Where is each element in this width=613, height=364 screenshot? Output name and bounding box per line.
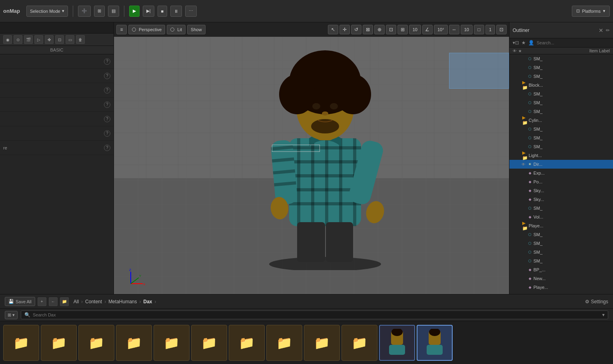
outliner-item-5[interactable]: ⬡SM_	[509, 98, 613, 107]
outliner-item-6[interactable]: ⬡SM_	[509, 107, 613, 116]
left-panel-search[interactable]	[0, 22, 114, 34]
selection-mode-button[interactable]: Selection Mode ▾	[26, 6, 68, 17]
visibility-icon-6[interactable]	[521, 109, 526, 114]
outliner-item-24[interactable]: ◆BP_...	[509, 265, 613, 274]
help-icon-6[interactable]: ?	[104, 145, 110, 151]
pause-button[interactable]: ⏸	[170, 6, 182, 17]
grid-num-1[interactable]: 10	[409, 25, 421, 34]
breadcrumb-metahumans[interactable]: MetaHumans	[108, 299, 137, 304]
globe-icon[interactable]: ⊕	[374, 25, 385, 34]
more-options-button[interactable]: ⋯	[185, 6, 197, 17]
visibility-icon-0[interactable]	[521, 56, 526, 62]
visibility-icon-8[interactable]	[521, 126, 526, 132]
breadcrumb-all[interactable]: All	[74, 299, 79, 304]
asset-search-input[interactable]	[33, 312, 600, 317]
scale-icon[interactable]: ↔	[449, 25, 459, 34]
outliner-item-11[interactable]: ▶📁Light...	[509, 151, 613, 160]
visibility-icon-25[interactable]	[521, 276, 526, 281]
outliner-item-8[interactable]: ⬡SM_	[509, 125, 613, 133]
grid-num-2[interactable]: 10°	[434, 25, 448, 34]
visibility-icon-22[interactable]	[521, 249, 526, 255]
outliner-item-2[interactable]: ⬡SM_	[509, 72, 613, 81]
folder-nav-button[interactable]: 📁	[60, 297, 69, 306]
settings-button[interactable]: ⚙ Settings	[585, 299, 608, 304]
tool-icon-6[interactable]: ⊡	[55, 35, 64, 44]
outliner-item-26[interactable]: ◆Playe...	[509, 283, 613, 292]
visibility-icon-10[interactable]	[521, 144, 526, 149]
tool-icon-1[interactable]: ◉	[3, 35, 12, 44]
asset-folder-2[interactable]: 📁	[41, 325, 77, 361]
breadcrumb-content[interactable]: Content	[85, 299, 102, 304]
visibility-icon-12[interactable]: 👁	[521, 161, 526, 167]
show-button[interactable]: Show	[187, 25, 206, 34]
snap-icon[interactable]: ✛	[339, 25, 350, 34]
asset-folder-4[interactable]: 📁	[116, 325, 152, 361]
outliner-item-23[interactable]: ⬡SM_	[509, 257, 613, 265]
grid-view-icon[interactable]: ⊡	[386, 25, 396, 34]
back-button[interactable]: ←	[49, 297, 58, 306]
visibility-icon-9[interactable]	[521, 135, 526, 141]
visibility-icon-2[interactable]	[521, 74, 526, 79]
asset-folder-1[interactable]: 📁	[3, 325, 39, 361]
asset-folder-6[interactable]: 📁	[191, 325, 227, 361]
visibility-icon-19[interactable]	[516, 223, 521, 229]
breadcrumb-dax[interactable]: Dax	[144, 299, 152, 304]
search-dropdown-icon[interactable]: ▾	[602, 312, 605, 318]
outliner-item-7[interactable]: ▶📁Cylin...	[509, 116, 613, 125]
visibility-icon-1[interactable]	[521, 65, 526, 70]
outliner-item-20[interactable]: ⬡SM_	[509, 230, 613, 239]
tool-icon-2[interactable]: ⊙	[14, 35, 22, 44]
asset-folder-8[interactable]: 📁	[266, 325, 302, 361]
grid-size-icon[interactable]: ⊞	[397, 25, 408, 34]
outliner-item-9[interactable]: ⬡SM_	[509, 133, 613, 142]
add-content-button[interactable]: +	[38, 297, 46, 306]
grid-num-3[interactable]: 10	[461, 25, 473, 34]
lit-button[interactable]: Lit	[167, 25, 186, 34]
outliner-item-14[interactable]: ◆Po...	[509, 177, 613, 186]
stop-button[interactable]: ■	[158, 6, 168, 17]
tool-icon-7[interactable]: ▭	[66, 35, 74, 44]
visibility-icon-17[interactable]	[521, 205, 526, 211]
help-icon-4[interactable]: ?	[104, 116, 110, 122]
outliner-item-13[interactable]: ◆Exp...	[509, 169, 613, 177]
outliner-item-17[interactable]: ⬡SM_	[509, 204, 613, 213]
left-search-input[interactable]	[3, 26, 110, 30]
play-step-button[interactable]: ▶|	[143, 6, 154, 17]
save-all-button[interactable]: 💾 Save All	[5, 297, 35, 306]
outliner-item-1[interactable]: ⬡SM_	[509, 63, 613, 72]
visibility-icon-11[interactable]	[516, 153, 521, 158]
asset-folder-7[interactable]: 📁	[229, 325, 265, 361]
visibility-icon-15[interactable]	[521, 188, 526, 193]
viewport[interactable]: ≡ Perspective Lit Show ↖ ✛ ↺ ⊠ ⊕ ⊡ ⊞	[114, 22, 509, 294]
tool-icon-8[interactable]: 🗑	[76, 35, 85, 44]
outliner-item-19[interactable]: ▶📁Playe...	[509, 221, 613, 230]
grid-button[interactable]: ⊞	[94, 6, 105, 17]
outliner-close-button[interactable]: ✕	[599, 27, 603, 34]
outliner-item-3[interactable]: ▶📁Block...	[509, 81, 613, 90]
visibility-icon-3[interactable]	[516, 82, 521, 88]
platforms-button[interactable]: ⊡ Platforms ▾	[572, 6, 610, 17]
asset-folder-3[interactable]: 📁	[78, 325, 114, 361]
visibility-icon-20[interactable]	[521, 232, 526, 237]
tool-icon-4[interactable]: ▷	[34, 35, 43, 44]
help-icon-0[interactable]: ?	[104, 58, 110, 65]
help-icon-5[interactable]: ?	[104, 130, 110, 137]
asset-character-2[interactable]	[417, 325, 453, 361]
play-button[interactable]: ▶	[129, 6, 140, 17]
visibility-icon-7[interactable]	[516, 117, 521, 123]
outliner-item-25[interactable]: ◆New...	[509, 274, 613, 283]
outliner-item-10[interactable]: ⬡SM_	[509, 142, 613, 151]
visibility-icon-4[interactable]	[521, 91, 526, 97]
outliner-item-4[interactable]: ⬡SM_	[509, 90, 613, 98]
visibility-icon-14[interactable]	[521, 179, 526, 185]
visibility-icon-13[interactable]	[521, 170, 526, 176]
asset-folder-9[interactable]: 📁	[304, 325, 340, 361]
visibility-icon-24[interactable]	[521, 267, 526, 273]
visibility-icon-5[interactable]	[521, 100, 526, 105]
display-button[interactable]: ▤	[108, 6, 119, 17]
outliner-item-18[interactable]: ◆Vol...	[509, 213, 613, 221]
visibility-icon-23[interactable]	[521, 258, 526, 264]
tool-icon-3[interactable]: 🎬	[24, 35, 33, 44]
outliner-item-21[interactable]: ⬡SM_	[509, 239, 613, 248]
help-icon-1[interactable]: ?	[104, 73, 110, 79]
